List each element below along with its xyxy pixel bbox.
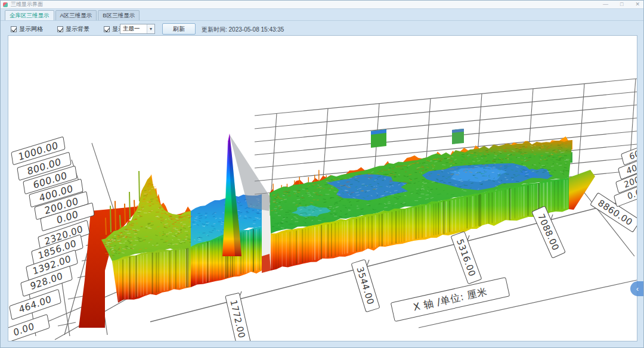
checkbox-icon[interactable] xyxy=(57,26,63,32)
checkbox-1[interactable]: 显示背景 xyxy=(57,25,89,33)
terrain-surface-plot[interactable] xyxy=(8,36,637,341)
scene-3d-viewport[interactable]: 1000.00800.00600.00400.00200.000.002320.… xyxy=(8,35,637,341)
theme-select[interactable]: 主题一 ▾ xyxy=(120,24,155,34)
title-bar: 三维显示界面 — □ ✕ xyxy=(1,1,643,8)
window-title: 三维显示界面 xyxy=(11,1,43,8)
toolbar: 显示网格显示背景显示坐标轴 主题一 ▾ 刷新 更新时间: 2023-05-08 … xyxy=(1,20,643,36)
chrome-band: 全库区三维显示A区三维显示B区三维显示 显示网格显示背景显示坐标轴 主题一 ▾ … xyxy=(1,8,643,35)
checkbox-label: 显示网格 xyxy=(19,25,43,33)
tab-bar: 全库区三维显示A区三维显示B区三维显示 xyxy=(5,10,140,20)
panel-collapse-handle[interactable]: ‹ xyxy=(630,281,644,296)
close-button[interactable]: ✕ xyxy=(635,1,640,8)
checkbox-icon[interactable] xyxy=(11,26,17,32)
checkbox-label: 显示背景 xyxy=(66,25,89,33)
tab-2[interactable]: B区三维显示 xyxy=(98,10,140,20)
app-window: 三维显示界面 — □ ✕ 全库区三维显示A区三维显示B区三维显示 显示网格显示背… xyxy=(0,0,644,348)
refresh-button[interactable]: 刷新 xyxy=(162,23,196,35)
minimize-button[interactable]: — xyxy=(603,1,608,8)
chevron-down-icon: ▾ xyxy=(147,24,154,33)
app-icon xyxy=(3,2,8,7)
tab-0[interactable]: 全库区三维显示 xyxy=(5,10,54,20)
checkbox-icon[interactable] xyxy=(104,26,110,32)
chevron-left-icon: ‹ xyxy=(636,285,639,293)
theme-select-value: 主题一 xyxy=(120,25,147,33)
checkbox-0[interactable]: 显示网格 xyxy=(11,25,43,33)
maximize-button[interactable]: □ xyxy=(620,1,623,8)
tab-1[interactable]: A区三维显示 xyxy=(55,10,97,20)
update-time-label: 更新时间: 2023-05-08 15:43:35 xyxy=(202,26,284,34)
